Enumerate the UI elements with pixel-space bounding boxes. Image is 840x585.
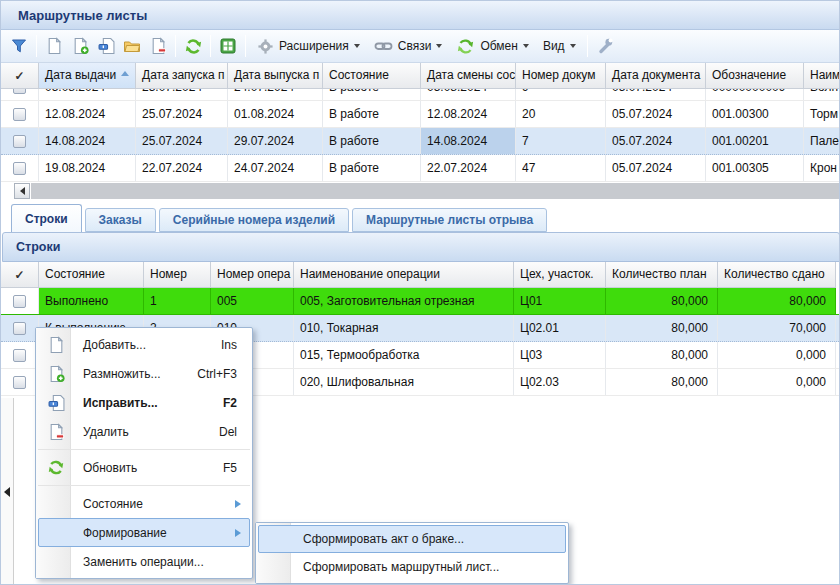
column-header[interactable]: Состояние (323, 63, 421, 89)
table-cell[interactable]: 80,000 (718, 288, 836, 314)
table-cell[interactable]: 0,000 (718, 369, 836, 395)
table-cell[interactable]: 05.08.2024 (39, 89, 136, 100)
column-header[interactable]: Дата смены сос (421, 63, 516, 89)
clone-button[interactable] (67, 33, 93, 59)
table-cell[interactable]: 001.00305 (706, 155, 804, 181)
menu-item[interactable]: УдалитьDel (38, 417, 250, 446)
table-cell[interactable]: 25.07.2024 (136, 128, 228, 154)
table-cell[interactable]: 12.08.2024 (39, 101, 136, 127)
add-button[interactable] (41, 33, 67, 59)
table-cell[interactable]: Выполнено (39, 288, 144, 314)
column-header[interactable]: Цех, участок. (514, 262, 606, 288)
table-cell[interactable]: 001.00300 (706, 101, 804, 127)
filter-button[interactable] (6, 33, 32, 59)
row-checkbox[interactable] (13, 162, 26, 175)
exchange-menu-button[interactable]: Обмен (449, 34, 536, 59)
table-cell[interactable]: 22.07.2024 (421, 155, 516, 181)
row-checkbox[interactable] (13, 89, 26, 94)
select-all-column-header[interactable]: ✓ (1, 262, 39, 288)
column-header[interactable]: Наим (804, 63, 840, 89)
table-cell[interactable]: 020, Шлифовальная (294, 369, 514, 395)
menu-item[interactable]: ОбновитьF5 (38, 453, 250, 482)
table-cell[interactable]: 7 (516, 128, 606, 154)
table-cell[interactable]: 80,000 (606, 369, 718, 395)
table-cell[interactable]: 14.08.2024 (421, 128, 516, 154)
select-all-column-header[interactable]: ✓ (1, 63, 39, 89)
menu-item[interactable]: Добавить...Ins (38, 330, 250, 359)
scrollbar-track[interactable] (31, 183, 840, 199)
menu-item[interactable]: Сформировать маршрутный лист... (258, 553, 566, 581)
table-cell[interactable]: 0,000 (718, 342, 836, 368)
table-cell[interactable]: 80,000 (606, 342, 718, 368)
table-cell[interactable]: 80,000 (606, 288, 718, 314)
table-cell[interactable]: Ц03 (514, 342, 606, 368)
table-row[interactable]: Выполнено1005005, Заготовительная отрезн… (1, 288, 840, 315)
table-cell[interactable]: Крон (804, 155, 840, 181)
table-cell[interactable]: В работе (323, 101, 421, 127)
row-checkbox[interactable] (13, 376, 26, 389)
table-cell[interactable]: 05.07.2024 (606, 155, 706, 181)
table-cell[interactable]: 005, Заготовительная отрезная (294, 288, 514, 314)
table-cell[interactable]: 00000000009 (706, 89, 804, 100)
horizontal-scrollbar[interactable] (1, 182, 840, 200)
table-cell[interactable]: 22.07.2024 (136, 155, 228, 181)
table-cell[interactable]: 12.08.2024 (421, 101, 516, 127)
table-row[interactable]: 05.08.202423.07.202424.07.2024В работе05… (1, 89, 840, 101)
table-cell[interactable]: 29.07.2024 (228, 128, 323, 154)
table-cell[interactable]: 20 (516, 101, 606, 127)
table-cell[interactable]: 25.07.2024 (136, 101, 228, 127)
table-row[interactable]: 12.08.202425.07.202401.08.2024В работе12… (1, 101, 840, 128)
row-checkbox[interactable] (13, 135, 26, 148)
tab-orders[interactable]: Заказы (85, 208, 156, 232)
table-cell[interactable]: 05.08.2024 (421, 89, 516, 100)
table-cell[interactable]: 010, Токарная (294, 315, 514, 341)
column-header[interactable]: Наименование операции (294, 262, 514, 288)
menu-item[interactable]: Заменить операции... (38, 547, 250, 576)
column-header[interactable]: Номер докум (516, 63, 606, 89)
column-header[interactable]: Количество сдано (718, 262, 836, 288)
column-header[interactable]: Дата документа (606, 63, 706, 89)
table-cell[interactable]: 05.07.2024 (606, 101, 706, 127)
row-checkbox[interactable] (13, 295, 26, 308)
tab-rows[interactable]: Строки (11, 204, 82, 232)
column-header[interactable]: Количество план (606, 262, 718, 288)
table-cell[interactable]: 01.08.2024 (228, 101, 323, 127)
row-checkbox[interactable] (13, 108, 26, 121)
table-cell[interactable]: Пале (804, 128, 840, 154)
column-header[interactable]: Обозначение (706, 63, 804, 89)
export-excel-button[interactable] (215, 33, 241, 59)
table-cell[interactable]: 47 (516, 155, 606, 181)
table-cell[interactable]: 9 (516, 89, 606, 100)
column-header[interactable]: Дата запуска п (136, 63, 228, 89)
row-checkbox[interactable] (13, 349, 26, 362)
table-cell[interactable]: Ц01 (514, 288, 606, 314)
table-cell[interactable]: 005 (211, 288, 294, 314)
scroll-left-button[interactable] (14, 183, 30, 199)
table-cell[interactable]: В работе (323, 155, 421, 181)
column-header[interactable]: Дата выдачи (39, 63, 136, 89)
table-row[interactable]: 14.08.202425.07.202429.07.2024В работе14… (1, 128, 840, 155)
view-menu-button[interactable]: Вид (536, 36, 583, 56)
table-cell[interactable]: Ц02.03 (514, 369, 606, 395)
open-button[interactable] (119, 33, 145, 59)
clipped-table-row[interactable]: 05.08.202423.07.202424.07.2024В работе05… (1, 89, 840, 101)
table-cell[interactable]: 23.07.2024 (136, 89, 228, 100)
table-cell[interactable]: 14.08.2024 (39, 128, 136, 154)
table-cell[interactable]: 05.07.2024 (606, 128, 706, 154)
menu-item[interactable]: Формирование (38, 518, 250, 547)
table-cell[interactable]: В работе (323, 128, 421, 154)
menu-item[interactable]: Исправить...F2 (38, 388, 250, 417)
collapse-splitter[interactable] (1, 398, 14, 585)
links-menu-button[interactable]: Связи (367, 35, 450, 57)
table-cell[interactable]: 1 (144, 288, 211, 314)
column-header[interactable]: Номер опера (211, 262, 294, 288)
row-checkbox[interactable] (13, 322, 26, 335)
tab-tear-off-sheets[interactable]: Маршрутные листы отрыва (352, 208, 547, 232)
table-row[interactable]: 19.08.202422.07.202424.07.2024В работе22… (1, 155, 840, 182)
table-cell[interactable]: 80,000 (606, 315, 718, 341)
table-cell[interactable]: 70,000 (718, 315, 836, 341)
edit-button[interactable] (93, 33, 119, 59)
menu-item[interactable]: Размножить...Ctrl+F3 (38, 359, 250, 388)
column-header[interactable]: Дата выпуска п (228, 63, 323, 89)
table-cell[interactable]: Ц02.01 (514, 315, 606, 341)
